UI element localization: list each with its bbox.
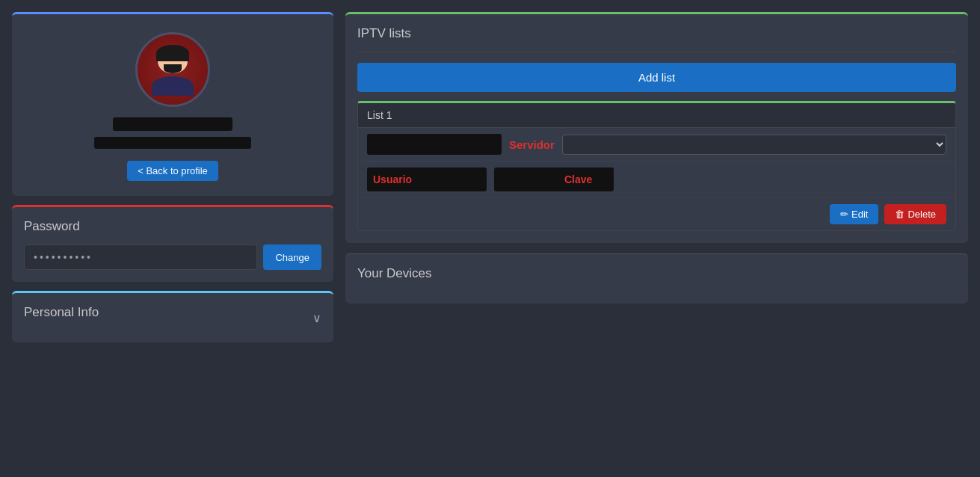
password-input[interactable] xyxy=(24,244,257,270)
iptv-title: IPTV lists xyxy=(357,26,956,41)
servidor-value-field xyxy=(367,134,502,155)
avatar-figure xyxy=(147,43,199,96)
clave-hidden-value xyxy=(500,175,560,184)
username-display xyxy=(113,117,232,131)
delete-label: Delete xyxy=(907,209,936,220)
avatar-hair xyxy=(156,45,189,61)
change-password-button[interactable]: Change xyxy=(263,244,321,270)
chevron-down-icon: ∨ xyxy=(312,311,321,325)
usuario-label: Usuario xyxy=(373,173,412,185)
password-card: Password Change xyxy=(12,205,333,282)
right-panel: IPTV lists Add list List 1 Servidor Usua… xyxy=(345,12,968,465)
list-actions: ✏ Edit 🗑 Delete xyxy=(358,198,955,230)
personal-info-title: Personal Info xyxy=(24,305,99,320)
delete-button[interactable]: 🗑 Delete xyxy=(884,204,946,224)
clave-label: Clave xyxy=(564,173,592,185)
add-list-button[interactable]: Add list xyxy=(357,63,956,92)
password-row: Change xyxy=(24,244,321,270)
devices-card: Your Devices xyxy=(345,253,968,304)
iptv-divider xyxy=(357,52,956,52)
email-display xyxy=(94,137,251,149)
password-title: Password xyxy=(24,219,321,234)
avatar-body xyxy=(152,76,194,96)
clave-field: Clave xyxy=(494,167,614,191)
iptv-card: IPTV lists Add list List 1 Servidor Usua… xyxy=(345,12,968,243)
list-item: List 1 Servidor Usuario Clave xyxy=(357,101,956,231)
personal-info-header[interactable]: Personal Info ∨ xyxy=(24,305,321,330)
credentials-row: Usuario Clave xyxy=(358,161,955,198)
back-to-profile-button[interactable]: < Back to profile xyxy=(127,161,218,181)
edit-button[interactable]: ✏ Edit xyxy=(830,204,878,224)
avatar-beard xyxy=(164,64,182,73)
servidor-select[interactable] xyxy=(562,135,946,155)
profile-card: < Back to profile xyxy=(12,12,333,196)
trash-icon: 🗑 xyxy=(895,209,905,220)
usuario-field: Usuario xyxy=(367,167,487,191)
devices-title: Your Devices xyxy=(357,266,956,281)
left-panel: < Back to profile Password Change Person… xyxy=(12,12,333,465)
servidor-label: Servidor xyxy=(509,138,555,151)
edit-label: Edit xyxy=(851,209,868,220)
list-item-header: List 1 xyxy=(358,103,955,128)
pencil-icon: ✏ xyxy=(840,209,848,220)
servidor-row: Servidor xyxy=(358,128,955,161)
avatar xyxy=(135,32,210,107)
personal-info-card[interactable]: Personal Info ∨ xyxy=(12,291,333,342)
